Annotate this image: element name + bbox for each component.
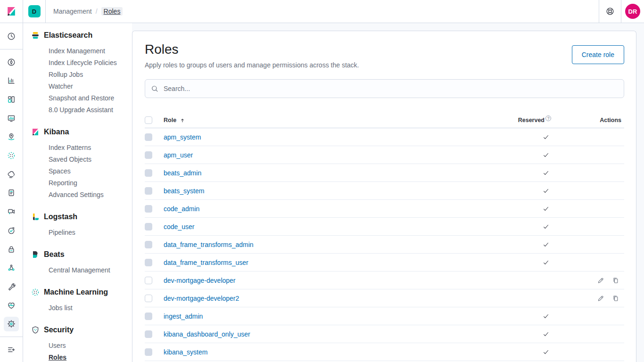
row-checkbox[interactable] [145, 151, 152, 159]
sidebar-item-jobs-list[interactable]: Jobs list [49, 302, 132, 314]
select-all-checkbox[interactable] [145, 116, 152, 124]
role-link[interactable]: code_admin [164, 205, 199, 213]
stack-monitoring-icon[interactable] [4, 298, 19, 313]
space-badge: D [28, 5, 41, 17]
table-row: apm_system [145, 128, 624, 146]
canvas-icon[interactable] [4, 111, 19, 126]
sidebar-item-snapshot-and-restore[interactable]: Snapshot and Restore [49, 92, 132, 104]
table-row: kibana_system [145, 343, 624, 361]
reserved-check-icon [542, 169, 550, 177]
row-checkbox[interactable] [145, 295, 152, 302]
role-link[interactable]: beats_system [164, 187, 204, 195]
sidebar-item-advanced-settings[interactable]: Advanced Settings [49, 189, 132, 201]
space-selector[interactable]: D [23, 0, 46, 23]
sidebar-item-roles[interactable]: Roles [49, 352, 132, 362]
row-checkbox[interactable] [145, 205, 152, 213]
reserved-check-icon [542, 259, 550, 266]
machine-learning-logo-icon [31, 288, 40, 297]
dashboard-icon[interactable] [4, 92, 19, 107]
table-row: data_frame_transforms_user [145, 254, 624, 272]
row-checkbox[interactable] [145, 169, 152, 177]
kibana-logo-button[interactable] [0, 0, 23, 23]
sidebar-item-spaces[interactable]: Spaces [49, 165, 132, 177]
role-link[interactable]: apm_user [164, 151, 193, 159]
collapse-nav-icon[interactable] [4, 342, 19, 357]
sidebar-item-pipelines[interactable]: Pipelines [49, 227, 132, 239]
management-icon[interactable] [4, 317, 19, 332]
sidebar-item-index-lifecycle-policies[interactable]: Index Lifecycle Policies [49, 57, 132, 69]
sidebar-section-title: Beats [44, 250, 65, 259]
reserved-help-icon[interactable]: ? [545, 115, 551, 121]
maps-icon[interactable] [4, 130, 19, 145]
role-link[interactable]: dev-mortgage-developer [164, 277, 236, 284]
clone-role-button[interactable] [610, 275, 621, 286]
role-link[interactable]: apm_system [164, 133, 201, 141]
logs-icon[interactable] [4, 186, 19, 201]
edit-role-button[interactable] [595, 275, 606, 286]
row-checkbox[interactable] [145, 223, 152, 230]
sidebar-item-index-patterns[interactable]: Index Patterns [49, 142, 132, 154]
kibana-logo-icon [31, 127, 40, 137]
uptime-icon[interactable] [4, 223, 19, 238]
clone-role-button[interactable] [610, 293, 621, 304]
search-input[interactable] [164, 85, 618, 92]
siem-icon[interactable] [4, 242, 19, 257]
sidebar-section: Logstash Pipelines [31, 212, 132, 239]
discover-icon[interactable] [4, 55, 19, 70]
breadcrumb-roles[interactable]: Roles [101, 7, 123, 16]
row-checkbox[interactable] [145, 133, 152, 141]
sidebar-section: Elasticsearch Index ManagementIndex Life… [31, 31, 132, 116]
edit-role-button[interactable] [595, 293, 606, 304]
row-checkbox[interactable] [145, 313, 152, 320]
sidebar-section-title: Security [44, 326, 74, 334]
user-menu-button[interactable]: DR [621, 0, 644, 23]
sidebar-item-users[interactable]: Users [49, 340, 132, 352]
actions-column-header: Actions [600, 117, 621, 123]
role-column-header[interactable]: Role [160, 117, 495, 123]
role-link[interactable]: ingest_admin [164, 313, 203, 320]
breadcrumb-management[interactable]: Management [53, 8, 92, 15]
sidebar-section: Machine Learning Jobs list [31, 288, 132, 314]
graph-icon[interactable] [4, 260, 19, 275]
row-checkbox[interactable] [145, 187, 152, 195]
row-checkbox[interactable] [145, 277, 152, 284]
role-link[interactable]: beats_admin [164, 169, 201, 177]
table-header-row: Role Reserved ? Actions [145, 112, 624, 128]
row-checkbox[interactable] [145, 259, 152, 266]
table-row: beats_system [145, 182, 624, 200]
sidebar-item-8-0-upgrade-assistant[interactable]: 8.0 Upgrade Assistant [49, 104, 132, 116]
machine-learning-icon[interactable] [4, 148, 19, 163]
rail-divider [0, 49, 23, 49]
reserved-check-icon [542, 348, 550, 356]
sidebar-item-reporting[interactable]: Reporting [49, 177, 132, 189]
security-logo-icon [31, 325, 40, 335]
role-link[interactable]: data_frame_transforms_user [164, 259, 248, 266]
sidebar-item-central-management[interactable]: Central Management [49, 264, 132, 276]
sidebar-item-index-management[interactable]: Index Management [49, 45, 132, 57]
role-link[interactable]: kibana_dashboard_only_user [164, 330, 250, 338]
role-link[interactable]: code_user [164, 223, 194, 230]
breadcrumb: Management / Roles [46, 7, 599, 16]
role-link[interactable]: data_frame_transforms_admin [164, 241, 254, 248]
create-role-button[interactable]: Create role [572, 45, 624, 64]
visualize-icon[interactable] [4, 73, 19, 88]
recently-viewed-icon[interactable] [4, 29, 19, 44]
sidebar-item-saved-objects[interactable]: Saved Objects [49, 154, 132, 165]
sidebar-item-rollup-jobs[interactable]: Rollup Jobs [49, 69, 132, 81]
dev-tools-icon[interactable] [4, 279, 19, 294]
roles-panel: Roles Apply roles to groups of users and… [132, 31, 636, 362]
row-checkbox[interactable] [145, 330, 152, 338]
sidebar-item-watcher[interactable]: Watcher [49, 81, 132, 92]
sidebar-section: Kibana Index PatternsSaved ObjectsSpaces… [31, 127, 132, 201]
help-icon [605, 7, 615, 16]
page-subtitle: Apply roles to groups of users and manag… [145, 61, 359, 69]
row-checkbox[interactable] [145, 348, 152, 356]
role-link[interactable]: kibana_system [164, 348, 207, 356]
role-link[interactable]: dev-mortgage-developer2 [164, 295, 239, 302]
metrics-icon[interactable] [4, 204, 19, 219]
help-button[interactable] [599, 0, 621, 23]
apm-icon[interactable] [4, 167, 19, 182]
sidebar-section-title: Machine Learning [44, 288, 108, 296]
row-checkbox[interactable] [145, 241, 152, 248]
table-row: ingest_admin [145, 307, 624, 325]
